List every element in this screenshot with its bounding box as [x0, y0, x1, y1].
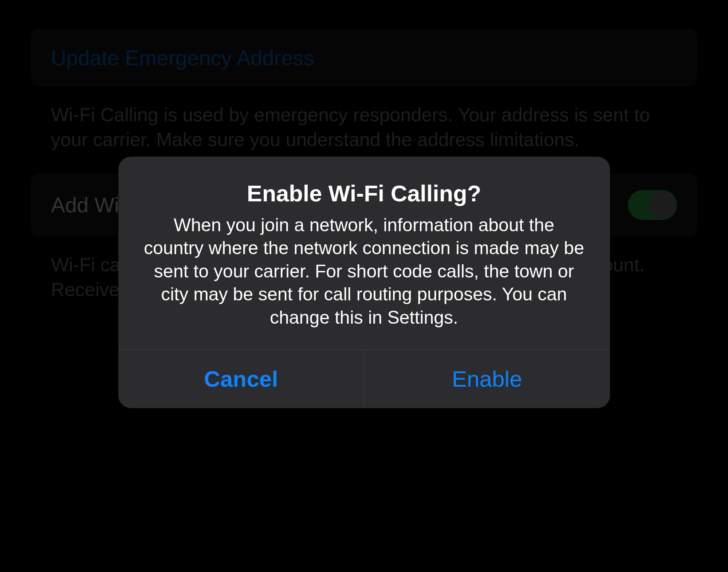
- cancel-button[interactable]: Cancel: [118, 350, 365, 408]
- modal-overlay: Enable Wi-Fi Calling? When you join a ne…: [0, 0, 728, 572]
- dialog-content: Enable Wi-Fi Calling? When you join a ne…: [118, 157, 610, 350]
- dialog-buttons: Cancel Enable: [118, 349, 610, 408]
- dialog-title: Enable Wi-Fi Calling?: [138, 180, 590, 206]
- enable-wifi-calling-dialog: Enable Wi-Fi Calling? When you join a ne…: [118, 157, 610, 409]
- dialog-body: When you join a network, information abo…: [138, 214, 590, 330]
- enable-button[interactable]: Enable: [364, 350, 610, 408]
